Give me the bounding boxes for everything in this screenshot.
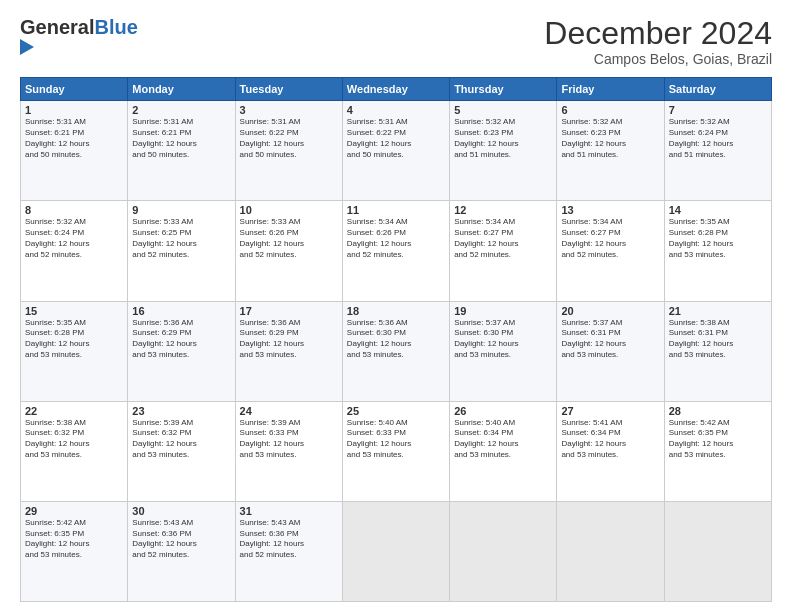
day-info: Sunrise: 5:37 AMSunset: 6:30 PMDaylight:…: [454, 318, 552, 361]
week-row-3: 15Sunrise: 5:35 AMSunset: 6:28 PMDayligh…: [21, 301, 772, 401]
day-info: Sunrise: 5:36 AMSunset: 6:29 PMDaylight:…: [132, 318, 230, 361]
arrow-icon: [20, 39, 34, 55]
day-number: 18: [347, 305, 445, 317]
day-info: Sunrise: 5:39 AMSunset: 6:32 PMDaylight:…: [132, 418, 230, 461]
header-wednesday: Wednesday: [342, 78, 449, 101]
day-cell: 17Sunrise: 5:36 AMSunset: 6:29 PMDayligh…: [235, 301, 342, 401]
calendar-table: Sunday Monday Tuesday Wednesday Thursday…: [20, 77, 772, 602]
day-cell: 19Sunrise: 5:37 AMSunset: 6:30 PMDayligh…: [450, 301, 557, 401]
weekday-header-row: Sunday Monday Tuesday Wednesday Thursday…: [21, 78, 772, 101]
day-info: Sunrise: 5:31 AMSunset: 6:21 PMDaylight:…: [25, 117, 123, 160]
day-info: Sunrise: 5:32 AMSunset: 6:23 PMDaylight:…: [561, 117, 659, 160]
day-cell: 4Sunrise: 5:31 AMSunset: 6:22 PMDaylight…: [342, 101, 449, 201]
day-number: 3: [240, 104, 338, 116]
day-info: Sunrise: 5:42 AMSunset: 6:35 PMDaylight:…: [25, 518, 123, 561]
day-number: 15: [25, 305, 123, 317]
header-friday: Friday: [557, 78, 664, 101]
day-cell: 10Sunrise: 5:33 AMSunset: 6:26 PMDayligh…: [235, 201, 342, 301]
header-monday: Monday: [128, 78, 235, 101]
day-info: Sunrise: 5:32 AMSunset: 6:23 PMDaylight:…: [454, 117, 552, 160]
week-row-2: 8Sunrise: 5:32 AMSunset: 6:24 PMDaylight…: [21, 201, 772, 301]
day-cell: 21Sunrise: 5:38 AMSunset: 6:31 PMDayligh…: [664, 301, 771, 401]
day-number: 26: [454, 405, 552, 417]
header-sunday: Sunday: [21, 78, 128, 101]
day-cell: 26Sunrise: 5:40 AMSunset: 6:34 PMDayligh…: [450, 401, 557, 501]
day-number: 5: [454, 104, 552, 116]
day-cell: 13Sunrise: 5:34 AMSunset: 6:27 PMDayligh…: [557, 201, 664, 301]
day-number: 29: [25, 505, 123, 517]
day-number: 21: [669, 305, 767, 317]
day-cell: 5Sunrise: 5:32 AMSunset: 6:23 PMDaylight…: [450, 101, 557, 201]
day-cell: 18Sunrise: 5:36 AMSunset: 6:30 PMDayligh…: [342, 301, 449, 401]
day-number: 11: [347, 204, 445, 216]
day-cell: 24Sunrise: 5:39 AMSunset: 6:33 PMDayligh…: [235, 401, 342, 501]
day-cell: 30Sunrise: 5:43 AMSunset: 6:36 PMDayligh…: [128, 501, 235, 601]
day-cell: 14Sunrise: 5:35 AMSunset: 6:28 PMDayligh…: [664, 201, 771, 301]
day-info: Sunrise: 5:42 AMSunset: 6:35 PMDaylight:…: [669, 418, 767, 461]
day-number: 7: [669, 104, 767, 116]
day-cell: 20Sunrise: 5:37 AMSunset: 6:31 PMDayligh…: [557, 301, 664, 401]
day-info: Sunrise: 5:31 AMSunset: 6:21 PMDaylight:…: [132, 117, 230, 160]
day-info: Sunrise: 5:33 AMSunset: 6:25 PMDaylight:…: [132, 217, 230, 260]
day-info: Sunrise: 5:43 AMSunset: 6:36 PMDaylight:…: [132, 518, 230, 561]
day-info: Sunrise: 5:41 AMSunset: 6:34 PMDaylight:…: [561, 418, 659, 461]
day-number: 20: [561, 305, 659, 317]
day-info: Sunrise: 5:37 AMSunset: 6:31 PMDaylight:…: [561, 318, 659, 361]
day-number: 16: [132, 305, 230, 317]
day-number: 10: [240, 204, 338, 216]
location-subtitle: Campos Belos, Goias, Brazil: [544, 51, 772, 67]
day-cell: 31Sunrise: 5:43 AMSunset: 6:36 PMDayligh…: [235, 501, 342, 601]
day-cell: 12Sunrise: 5:34 AMSunset: 6:27 PMDayligh…: [450, 201, 557, 301]
day-cell: 29Sunrise: 5:42 AMSunset: 6:35 PMDayligh…: [21, 501, 128, 601]
day-cell: 7Sunrise: 5:32 AMSunset: 6:24 PMDaylight…: [664, 101, 771, 201]
day-info: Sunrise: 5:31 AMSunset: 6:22 PMDaylight:…: [347, 117, 445, 160]
day-cell: 8Sunrise: 5:32 AMSunset: 6:24 PMDaylight…: [21, 201, 128, 301]
day-number: 14: [669, 204, 767, 216]
page: GeneralBlue December 2024 Campos Belos, …: [0, 0, 792, 612]
day-info: Sunrise: 5:31 AMSunset: 6:22 PMDaylight:…: [240, 117, 338, 160]
day-info: Sunrise: 5:38 AMSunset: 6:32 PMDaylight:…: [25, 418, 123, 461]
day-cell: [557, 501, 664, 601]
week-row-5: 29Sunrise: 5:42 AMSunset: 6:35 PMDayligh…: [21, 501, 772, 601]
day-number: 27: [561, 405, 659, 417]
header: GeneralBlue December 2024 Campos Belos, …: [20, 16, 772, 67]
day-cell: 27Sunrise: 5:41 AMSunset: 6:34 PMDayligh…: [557, 401, 664, 501]
day-info: Sunrise: 5:43 AMSunset: 6:36 PMDaylight:…: [240, 518, 338, 561]
day-number: 28: [669, 405, 767, 417]
day-number: 17: [240, 305, 338, 317]
day-cell: 25Sunrise: 5:40 AMSunset: 6:33 PMDayligh…: [342, 401, 449, 501]
day-number: 19: [454, 305, 552, 317]
day-cell: 28Sunrise: 5:42 AMSunset: 6:35 PMDayligh…: [664, 401, 771, 501]
day-number: 22: [25, 405, 123, 417]
logo: GeneralBlue: [20, 16, 138, 55]
day-cell: 15Sunrise: 5:35 AMSunset: 6:28 PMDayligh…: [21, 301, 128, 401]
logo-icon-row: [20, 39, 138, 55]
day-info: Sunrise: 5:34 AMSunset: 6:26 PMDaylight:…: [347, 217, 445, 260]
day-number: 2: [132, 104, 230, 116]
day-number: 31: [240, 505, 338, 517]
week-row-1: 1Sunrise: 5:31 AMSunset: 6:21 PMDaylight…: [21, 101, 772, 201]
day-cell: 6Sunrise: 5:32 AMSunset: 6:23 PMDaylight…: [557, 101, 664, 201]
day-number: 23: [132, 405, 230, 417]
day-info: Sunrise: 5:34 AMSunset: 6:27 PMDaylight:…: [454, 217, 552, 260]
day-info: Sunrise: 5:40 AMSunset: 6:34 PMDaylight:…: [454, 418, 552, 461]
day-info: Sunrise: 5:34 AMSunset: 6:27 PMDaylight:…: [561, 217, 659, 260]
day-cell: [450, 501, 557, 601]
day-info: Sunrise: 5:33 AMSunset: 6:26 PMDaylight:…: [240, 217, 338, 260]
day-info: Sunrise: 5:32 AMSunset: 6:24 PMDaylight:…: [25, 217, 123, 260]
day-info: Sunrise: 5:40 AMSunset: 6:33 PMDaylight:…: [347, 418, 445, 461]
day-number: 1: [25, 104, 123, 116]
day-cell: 22Sunrise: 5:38 AMSunset: 6:32 PMDayligh…: [21, 401, 128, 501]
day-number: 12: [454, 204, 552, 216]
day-number: 30: [132, 505, 230, 517]
day-info: Sunrise: 5:35 AMSunset: 6:28 PMDaylight:…: [25, 318, 123, 361]
day-info: Sunrise: 5:39 AMSunset: 6:33 PMDaylight:…: [240, 418, 338, 461]
month-title: December 2024: [544, 16, 772, 51]
day-cell: [664, 501, 771, 601]
day-cell: 16Sunrise: 5:36 AMSunset: 6:29 PMDayligh…: [128, 301, 235, 401]
day-cell: [342, 501, 449, 601]
title-area: December 2024 Campos Belos, Goias, Brazi…: [544, 16, 772, 67]
day-info: Sunrise: 5:32 AMSunset: 6:24 PMDaylight:…: [669, 117, 767, 160]
day-number: 6: [561, 104, 659, 116]
header-thursday: Thursday: [450, 78, 557, 101]
